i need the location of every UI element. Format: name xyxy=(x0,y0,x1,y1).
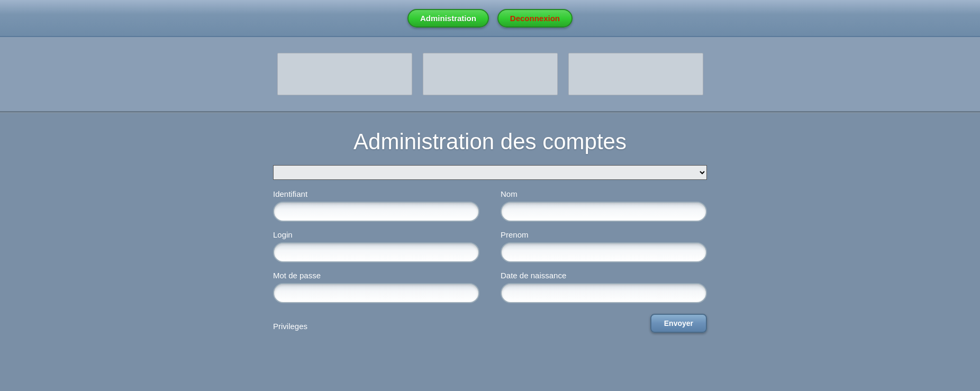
prenom-group: Prenom xyxy=(501,230,707,262)
top-box-1 xyxy=(277,53,412,95)
date-de-naissance-input[interactable] xyxy=(501,283,707,303)
prenom-label: Prenom xyxy=(501,230,707,239)
header: Administration Deconnexion xyxy=(0,0,980,37)
login-group: Login xyxy=(273,230,479,262)
top-box-2 xyxy=(423,53,558,95)
privileges-group: Privileges xyxy=(273,322,479,334)
login-input[interactable] xyxy=(273,242,479,262)
login-label: Login xyxy=(273,230,479,239)
identifiant-input[interactable] xyxy=(273,202,479,222)
date-de-naissance-group: Date de naissance xyxy=(501,271,707,303)
prenom-input[interactable] xyxy=(501,242,707,262)
date-de-naissance-label: Date de naissance xyxy=(501,271,707,280)
bottom-row: Privileges Envoyer xyxy=(273,314,707,334)
main-content: Administration des comptes Identifiant N… xyxy=(0,113,980,378)
nom-input[interactable] xyxy=(501,202,707,222)
form-container: Identifiant Nom Login Prenom Mot de pass… xyxy=(273,165,707,334)
top-content-area xyxy=(0,37,980,111)
page-title: Administration des comptes xyxy=(0,129,980,154)
top-box-3 xyxy=(568,53,703,95)
send-group: Envoyer xyxy=(501,314,707,334)
identifiant-label: Identifiant xyxy=(273,189,479,198)
identifiant-group: Identifiant xyxy=(273,189,479,222)
mot-de-passe-group: Mot de passe xyxy=(273,271,479,303)
deconnexion-button[interactable]: Deconnexion xyxy=(497,9,573,28)
privileges-label: Privileges xyxy=(273,322,479,331)
administration-button[interactable]: Administration xyxy=(407,9,489,28)
mot-de-passe-input[interactable] xyxy=(273,283,479,303)
nom-label: Nom xyxy=(501,189,707,198)
form-grid: Identifiant Nom Login Prenom Mot de pass… xyxy=(273,189,707,312)
nom-group: Nom xyxy=(501,189,707,222)
envoyer-button[interactable]: Envoyer xyxy=(650,314,707,333)
mot-de-passe-label: Mot de passe xyxy=(273,271,479,280)
account-select[interactable] xyxy=(273,165,707,180)
